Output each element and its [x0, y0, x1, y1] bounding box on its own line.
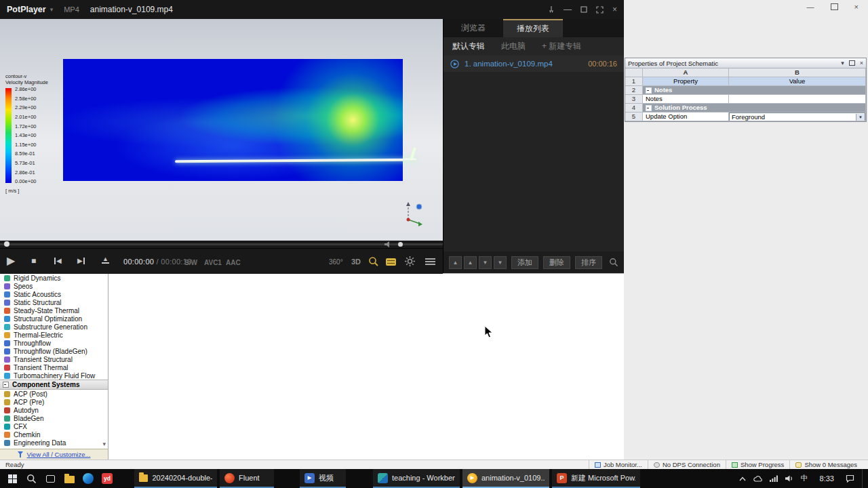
toolbox-item-throughflow[interactable]: Throughflow — [0, 339, 108, 347]
view-all-customize-link[interactable]: View All / Customize... — [27, 451, 91, 458]
tray-expand-icon[interactable] — [739, 476, 746, 481]
toolbox-item-static-structural[interactable]: Static Structural — [0, 298, 108, 306]
toolbox-item-autodyn[interactable]: Autodyn — [0, 406, 108, 414]
delete-button[interactable]: 删除 — [543, 256, 570, 269]
seek-knob[interactable] — [4, 241, 9, 247]
open-media-button[interactable]: ▲ — [102, 256, 109, 264]
wb-close-icon[interactable]: × — [854, 3, 859, 11]
toolbox-item-acp-post[interactable]: ACP (Post) — [0, 390, 108, 398]
toolbox-item-structural-optimization[interactable]: Structural Optimization — [0, 314, 108, 323]
toolbox-item-bladegen[interactable]: BladeGen — [0, 414, 108, 422]
volume-knob[interactable] — [398, 242, 403, 247]
menu-icon[interactable] — [425, 258, 435, 266]
album-default[interactable]: 默认专辑 — [452, 41, 485, 52]
album-new[interactable]: + 新建专辑 — [542, 41, 581, 52]
minimize-icon[interactable]: — — [564, 5, 572, 14]
show-desktop-button[interactable] — [862, 469, 865, 488]
playlist-search-icon[interactable] — [609, 258, 618, 267]
taskbar-window-folder[interactable]: 20240204-double-... — [134, 469, 217, 488]
props-cell-notes-value[interactable] — [729, 95, 866, 104]
vr360-button[interactable]: 360° — [329, 258, 343, 266]
job-monitor-button[interactable]: Job Monitor... — [589, 460, 648, 470]
wb-minimize-icon[interactable]: — — [807, 3, 814, 11]
toolbox-item-throughflow-bladegen[interactable]: Throughflow (BladeGen) — [0, 347, 108, 355]
props-band-solution-process[interactable]: Solution Process — [643, 104, 866, 113]
potplayer-title-bar[interactable]: PotPlayer ▾ MP4 animation-v_0109.mp4 — × — [0, 0, 624, 19]
move-down-button[interactable]: ▼ — [479, 256, 492, 269]
youdao-button[interactable]: yd — [98, 469, 117, 488]
toolbox-item-rigid-dynamics[interactable]: Rigid Dynamics — [0, 274, 108, 282]
add-button[interactable]: 添加 — [511, 256, 538, 269]
fullscreen-icon[interactable] — [596, 6, 604, 14]
scroll-down-icon[interactable]: ▾ — [102, 441, 106, 447]
file-explorer-button[interactable] — [60, 469, 79, 488]
task-view-button[interactable] — [41, 469, 60, 488]
network-icon[interactable] — [770, 475, 778, 482]
taskbar-window-workbench[interactable]: teaching - Workben... — [373, 469, 460, 488]
tab-browser[interactable]: 浏览器 — [443, 19, 503, 37]
seek-track[interactable] — [0, 243, 443, 245]
playlist-item[interactable]: 1. animation-v_0109.mp4 00:00:16 — [443, 56, 624, 72]
show-progress-button[interactable]: Show Progress — [726, 460, 789, 470]
move-top-button[interactable]: ▲ — [449, 256, 462, 269]
toolbox-item-chemkin[interactable]: Chemkin — [0, 430, 108, 439]
volume-icon[interactable] — [384, 241, 393, 248]
taskbar-window-video[interactable]: ▶视频 — [300, 469, 346, 488]
panel-close-icon[interactable]: × — [860, 60, 863, 66]
toolbox-item-substructure-generation[interactable]: Substructure Generation — [0, 323, 108, 331]
notification-icon[interactable] — [846, 474, 854, 483]
volume-track[interactable] — [397, 244, 438, 245]
toolbox-item-steady-state-thermal[interactable]: Steady-State Thermal — [0, 306, 108, 314]
wb-restore-icon[interactable] — [831, 3, 838, 10]
seek-bar[interactable] — [0, 241, 443, 248]
maximize-icon[interactable] — [580, 6, 587, 13]
update-option-dropdown[interactable]: Foreground ▼ — [729, 113, 865, 121]
collapse-icon[interactable] — [3, 382, 9, 388]
toolbox-item-engineering-data[interactable]: Engineering Data — [0, 439, 108, 447]
taskbar-window-powerpoint[interactable]: P新建 Microsoft Pow... — [552, 469, 640, 488]
toolbox-item-turbomachinery-fluid-flow[interactable]: Turbomachinery Fluid Flow — [0, 371, 108, 380]
next-button[interactable]: ▶ — [77, 257, 85, 264]
settings-gear-icon[interactable] — [404, 256, 416, 267]
toolbox-item-transient-structural[interactable]: Transient Structural — [0, 355, 108, 363]
taskbar-clock[interactable]: 8:33 — [816, 474, 838, 483]
sort-button[interactable]: 排序 — [575, 256, 602, 269]
move-bottom-button[interactable]: ▼ — [494, 256, 507, 269]
start-button[interactable] — [3, 469, 22, 488]
toolbox-item-speos[interactable]: Speos — [0, 282, 108, 290]
subtitle-search-icon[interactable] — [368, 256, 379, 267]
collapse-icon[interactable] — [646, 105, 652, 111]
album-this-pc[interactable]: 此电脑 — [501, 41, 526, 52]
dropdown-arrow-icon[interactable]: ▼ — [856, 114, 865, 121]
toolbox-section-component-systems[interactable]: Component Systems — [0, 380, 108, 390]
project-schematic-canvas[interactable] — [108, 273, 624, 460]
play-button[interactable]: ▶ — [7, 254, 15, 267]
collapse-icon[interactable] — [646, 87, 652, 94]
close-icon[interactable]: × — [612, 5, 617, 14]
props-band-notes[interactable]: Notes — [643, 86, 866, 95]
taskbar-search-button[interactable] — [22, 469, 41, 488]
taskbar-window-fluent[interactable]: Fluent — [220, 469, 274, 488]
previous-button[interactable]: ◀ — [54, 257, 62, 264]
show-messages-button[interactable]: Show 0 Messages — [789, 460, 863, 470]
move-up-button[interactable]: ▲ — [464, 256, 477, 269]
pin-icon[interactable] — [548, 5, 555, 14]
dps-connection-status[interactable]: No DPS Connection — [648, 460, 726, 470]
cloud-icon[interactable] — [753, 475, 762, 482]
chevron-down-icon[interactable]: ▾ — [50, 6, 54, 13]
stop-button[interactable]: ■ — [31, 256, 36, 266]
taskbar-window-potplayer[interactable]: ▶animation-v_0109... — [462, 469, 549, 488]
toolbox-item-transient-thermal[interactable]: Transient Thermal — [0, 363, 108, 371]
toolbox-item-cfx[interactable]: CFX — [0, 422, 108, 430]
panel-float-icon[interactable] — [849, 60, 855, 66]
playlist-toggle-icon[interactable] — [386, 258, 396, 266]
video-3d-button[interactable]: 3D — [351, 258, 361, 266]
edge-button[interactable] — [79, 469, 98, 488]
toolbox-item-static-acoustics[interactable]: Static Acoustics — [0, 290, 108, 298]
tab-playlist[interactable]: 播放列表 — [503, 19, 563, 37]
toolbox-item-acp-pre[interactable]: ACP (Pre) — [0, 398, 108, 406]
toolbox-item-thermal-electric[interactable]: Thermal-Electric — [0, 331, 108, 339]
panel-menu-icon[interactable]: ▾ — [841, 60, 844, 66]
ime-indicator[interactable]: 中 — [801, 474, 808, 483]
speaker-icon[interactable] — [785, 475, 793, 482]
